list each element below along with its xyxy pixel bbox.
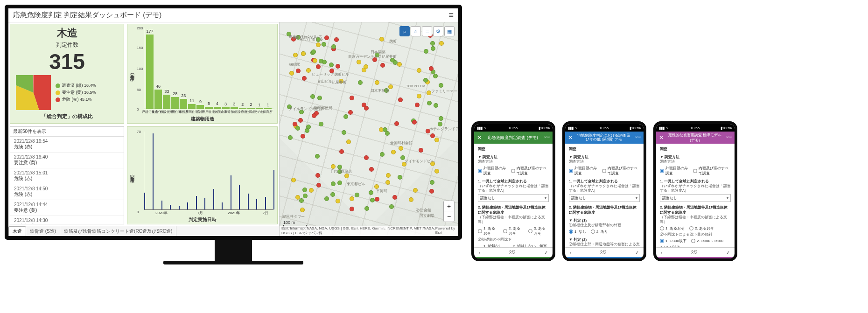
map-point[interactable] bbox=[306, 68, 311, 73]
bar[interactable]: 2公民館 bbox=[247, 108, 255, 109]
tab[interactable]: 木造 bbox=[8, 226, 26, 236]
bar[interactable]: 3倉庫等 bbox=[222, 107, 230, 109]
close-icon[interactable]: ✕ bbox=[659, 134, 664, 141]
map-point[interactable] bbox=[334, 37, 339, 42]
phone-form-body[interactable]: 調査 ▼ 調査方法 調査方法 外観目視のみ調査 内観及び室のすべて調査 1. 一… bbox=[474, 144, 553, 247]
close-icon[interactable]: ✕ bbox=[477, 134, 482, 141]
wave-icon[interactable]: 〰 bbox=[635, 134, 641, 141]
list-item[interactable]: 2021/12/8 16:40要注意 (黄) bbox=[10, 153, 124, 168]
map-settings-button[interactable]: ⚙ bbox=[433, 26, 443, 36]
map-point[interactable] bbox=[305, 128, 309, 133]
next-button[interactable]: ✓ bbox=[635, 250, 639, 255]
time-bar[interactable] bbox=[213, 189, 214, 209]
time-bar[interactable] bbox=[144, 193, 145, 209]
map-point[interactable] bbox=[434, 169, 439, 174]
map-point[interactable] bbox=[300, 208, 305, 212]
radio-option[interactable]: 2. あるおそ bbox=[503, 226, 524, 236]
map-basemap-button[interactable]: ▦ bbox=[444, 26, 455, 36]
next-button[interactable]: ✓ bbox=[544, 250, 548, 255]
radio-option[interactable]: 2. 1/300～1/100 bbox=[691, 238, 723, 243]
map-point[interactable] bbox=[380, 63, 385, 68]
map-point[interactable] bbox=[296, 69, 301, 73]
section-heading[interactable]: ▼ 調査方法 bbox=[478, 155, 497, 159]
radio-option[interactable]: 1. なし bbox=[569, 229, 586, 234]
bar[interactable]: 1その他 bbox=[256, 108, 263, 109]
map-point[interactable] bbox=[301, 134, 305, 139]
map-point[interactable] bbox=[429, 189, 434, 194]
section-heading[interactable]: ▼ 調査方法 bbox=[660, 155, 679, 159]
map-point[interactable] bbox=[310, 94, 315, 99]
map-point[interactable] bbox=[364, 155, 369, 160]
map-point[interactable] bbox=[389, 204, 394, 209]
radio-option[interactable]: 内観及び室のすべて調査 bbox=[511, 166, 549, 176]
bar[interactable]: 2診療所 bbox=[239, 108, 246, 109]
radio-option[interactable]: 外観目視のみ調査 bbox=[660, 166, 688, 176]
map-point[interactable] bbox=[302, 76, 307, 81]
zoom-out-button[interactable]: − bbox=[444, 211, 454, 222]
map-point[interactable] bbox=[339, 149, 344, 154]
bar[interactable]: 28併用住宅 bbox=[171, 97, 179, 109]
list-item[interactable]: 2021/12/8 14:44要注意 (黄) bbox=[10, 200, 124, 216]
phone-form-body[interactable]: 調査 ▼ 調査方法 調査方法 外観目視のみ調査 内観及び室のすべて調査 1. 一… bbox=[565, 144, 644, 247]
map-point[interactable] bbox=[398, 97, 403, 102]
bar[interactable]: 177戸建て住宅 bbox=[146, 35, 154, 109]
list-item[interactable]: 2021/12/8 15:01危険 (赤) bbox=[10, 168, 124, 184]
map-point[interactable] bbox=[330, 192, 335, 197]
time-bar[interactable] bbox=[273, 170, 274, 209]
wave-icon[interactable]: 〰 bbox=[544, 134, 550, 141]
radio-option[interactable]: 1. 1/300以下 bbox=[660, 238, 686, 243]
radio-option[interactable]: 内観及び室のすべて調査 bbox=[693, 166, 731, 176]
map-point[interactable] bbox=[386, 173, 391, 178]
radio-option[interactable]: 1. 傾斜なし又は極微 bbox=[478, 243, 503, 247]
time-bar[interactable] bbox=[256, 199, 257, 209]
map-point[interactable] bbox=[288, 135, 293, 140]
time-bar[interactable] bbox=[153, 133, 154, 209]
map-point[interactable] bbox=[331, 164, 336, 169]
radio-option[interactable]: 外観目視のみ調査 bbox=[478, 166, 506, 176]
radio-option[interactable]: 1. あるおそ bbox=[478, 226, 498, 236]
map-point[interactable] bbox=[415, 103, 420, 107]
map-point[interactable] bbox=[350, 196, 354, 201]
map-point[interactable] bbox=[391, 150, 396, 154]
bar[interactable]: 3旅館 bbox=[231, 107, 238, 109]
list-item[interactable]: 2021/12/8 16:54危険 (赤) bbox=[10, 137, 124, 153]
map-point[interactable] bbox=[317, 96, 322, 100]
time-bar[interactable] bbox=[239, 185, 240, 209]
back-button[interactable]: ‹ bbox=[661, 250, 662, 255]
time-bar[interactable] bbox=[231, 175, 231, 209]
map-home-button[interactable]: ⌂ bbox=[411, 26, 421, 36]
map-point[interactable] bbox=[412, 120, 417, 125]
section-heading[interactable]: ▼ 判定 (2) bbox=[569, 237, 587, 242]
map-point[interactable] bbox=[299, 198, 304, 203]
map-point[interactable] bbox=[331, 44, 336, 49]
bar[interactable]: 11共同住宅 bbox=[188, 104, 196, 109]
map-point[interactable] bbox=[379, 37, 384, 42]
map-point[interactable] bbox=[413, 188, 418, 193]
map-point[interactable] bbox=[370, 198, 375, 202]
map-point[interactable] bbox=[298, 118, 303, 123]
map-point[interactable] bbox=[301, 51, 306, 56]
radio-option[interactable]: 3. あるおそ bbox=[528, 226, 549, 236]
time-bar[interactable] bbox=[170, 205, 171, 209]
map-point[interactable] bbox=[337, 165, 342, 169]
radio-option[interactable]: 外観目視のみ調査 bbox=[569, 166, 597, 176]
radio-option[interactable]: 1. あるおそ bbox=[660, 226, 685, 231]
bar[interactable]: 4病院 bbox=[214, 107, 221, 109]
map-point[interactable] bbox=[417, 68, 421, 73]
select-field[interactable]: 該当なし▾ bbox=[478, 194, 549, 202]
map-point[interactable] bbox=[364, 206, 369, 211]
map-point[interactable] bbox=[346, 139, 351, 144]
map-point[interactable] bbox=[358, 80, 363, 85]
back-button[interactable]: ‹ bbox=[479, 250, 480, 255]
map-point[interactable] bbox=[309, 188, 314, 193]
map-point[interactable] bbox=[315, 173, 320, 178]
list-item[interactable]: 2021/12/8 14:30要注意 (黄) bbox=[10, 216, 124, 224]
map-point[interactable] bbox=[291, 178, 296, 182]
wave-icon[interactable]: 〰 bbox=[726, 134, 732, 141]
tab[interactable]: 鉄骨造 (S造) bbox=[26, 226, 60, 236]
time-bar[interactable] bbox=[265, 197, 266, 209]
list-item[interactable]: 2021/12/8 14:50危険 (赤) bbox=[10, 184, 124, 200]
map-point[interactable] bbox=[336, 64, 340, 69]
menu-icon[interactable]: ≡ bbox=[448, 10, 454, 20]
map-point[interactable] bbox=[357, 60, 361, 64]
